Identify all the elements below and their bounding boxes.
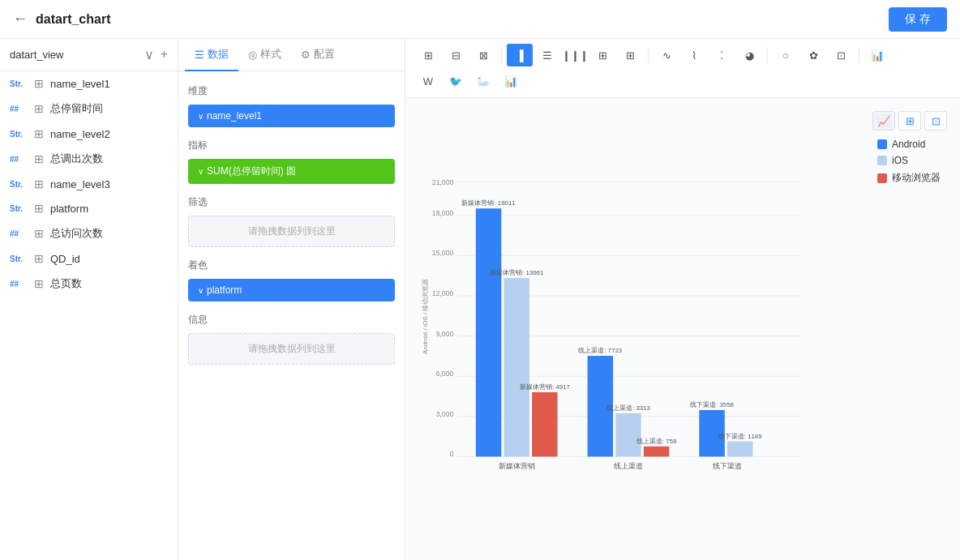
toolbar-btn-tb17[interactable]: W	[415, 70, 441, 92]
tab-style-icon: ◎	[248, 49, 257, 61]
toolbar-btn-tb7[interactable]: ⊞	[589, 44, 615, 66]
toolbar-btn-tb18[interactable]: 🐦	[443, 70, 469, 92]
info-dropzone[interactable]: 请拖拽数据列到这里	[188, 333, 395, 365]
toolbar-row-1: ⊞⊟⊠▐☰❙❙❙⊞⊞∿⌇⁚◕○✿⊡📊	[415, 44, 950, 66]
item-name-4: 总调出次数	[50, 152, 103, 166]
bar-chart-svg: 0 3,000 6,000 9,000 12,000 15,000 18,000…	[418, 111, 814, 547]
filter-dropzone[interactable]: 请拖拽数据列到这里	[188, 216, 395, 247]
svg-rect-19	[504, 278, 529, 456]
item-name-2: 总停留时间	[50, 101, 103, 116]
toolbar-btn-tb19[interactable]: 🦢	[470, 70, 496, 92]
tab-style-label: 样式	[260, 47, 281, 62]
toolbar-btn-tb20[interactable]: 📊	[498, 70, 524, 92]
toolbar-btn-tb4[interactable]: ▐	[507, 44, 533, 66]
svg-text:线上渠道: 线上渠道	[614, 462, 643, 470]
item-icon-8: ⊞	[34, 252, 44, 265]
item-name-1: name_level1	[50, 78, 110, 90]
back-icon[interactable]: ←	[13, 11, 28, 28]
item-icon-2: ⊞	[34, 102, 44, 115]
toolbar-btn-tb12[interactable]: ◕	[736, 44, 762, 66]
toolbar-btn-tb16[interactable]: 📊	[864, 44, 890, 66]
svg-text:21,000: 21,000	[432, 178, 454, 186]
sidebar-item-name_level3[interactable]: Str. ⊞ name_level3	[0, 172, 178, 196]
legend-item-lg1: Android	[877, 139, 941, 150]
tab-data-label: 数据	[208, 47, 229, 62]
toolbar-btn-tb10[interactable]: ⌇	[681, 44, 707, 66]
sidebar: datart_view ∨ + Str. ⊞ name_level1 ## ⊞ …	[0, 39, 178, 560]
sidebar-item-QD_id[interactable]: Str. ⊞ QD_id	[0, 246, 178, 271]
item-name-3: name_level2	[50, 128, 110, 140]
center-content: 维度 ∨ name_level1 指标 ∨ SUM(总停留时间) 圆 筛选 请拖…	[178, 71, 405, 560]
tab-data-icon: ☰	[195, 49, 204, 61]
save-button[interactable]: 保 存	[889, 7, 947, 32]
chart-toolbar: ⊞⊟⊠▐☰❙❙❙⊞⊞∿⌇⁚◕○✿⊡📊 W🐦🦢📊	[405, 39, 960, 98]
item-type-7: ##	[10, 229, 28, 238]
tab-config[interactable]: ⚙ 配置	[291, 39, 345, 71]
color-field[interactable]: ∨ platform	[188, 279, 395, 301]
metrics-field[interactable]: ∨ SUM(总停留时间) 圆	[188, 159, 395, 184]
chart-legend: Android iOS 移动浏览器	[877, 139, 941, 185]
sidebar-item-platform[interactable]: Str. ⊞ platform	[0, 196, 178, 220]
toolbar-row-2: W🐦🦢📊	[415, 70, 950, 92]
toolbar-btn-tb3[interactable]: ⊠	[470, 44, 496, 66]
dimension-field[interactable]: ∨ name_level1	[188, 105, 395, 127]
svg-text:新媒体营销: 4917: 新媒体营销: 4917	[520, 383, 570, 391]
item-type-8: Str.	[10, 254, 28, 263]
filter-placeholder: 请拖拽数据列到这里	[248, 224, 336, 238]
toolbar-btn-tb1[interactable]: ⊞	[415, 44, 441, 66]
svg-text:0: 0	[449, 450, 453, 458]
color-field-text: ∨ platform	[198, 284, 242, 296]
sidebar-add-icon[interactable]: +	[161, 47, 168, 62]
sidebar-item-name_level2[interactable]: Str. ⊞ name_level2	[0, 122, 178, 146]
tab-style[interactable]: ◎ 样式	[238, 39, 291, 71]
topbar-left: ← datart_chart	[13, 11, 110, 28]
view-toggle: 📈⊞⊡	[872, 111, 947, 130]
svg-text:线上渠道: 758: 线上渠道: 758	[636, 438, 677, 445]
sidebar-item-name_level1[interactable]: Str. ⊞ name_level1	[0, 71, 178, 96]
svg-text:9,000: 9,000	[436, 330, 454, 338]
svg-text:线下渠道: 线下渠道	[713, 462, 742, 470]
legend-label-lg1: Android	[892, 139, 925, 150]
item-name-8: QD_id	[50, 253, 80, 265]
center-panel: ☰ 数据 ◎ 样式 ⚙ 配置 维度 ∨ name_level1 指标	[178, 39, 405, 560]
item-type-2: ##	[10, 105, 28, 113]
toolbar-btn-tb11[interactable]: ⁚	[709, 44, 735, 66]
svg-text:12,000: 12,000	[432, 289, 454, 297]
metrics-field-text: ∨ SUM(总停留时间) 圆	[198, 165, 296, 178]
sidebar-expand-icon[interactable]: ∨	[144, 47, 154, 62]
view-toggle-btn-vt3[interactable]: ⊡	[924, 111, 947, 130]
item-icon-7: ⊞	[34, 227, 44, 240]
sidebar-view-name: datart_view	[10, 49, 63, 61]
sidebar-item-总停留时间[interactable]: ## ⊞ 总停留时间	[0, 96, 178, 122]
legend-item-lg2: iOS	[877, 155, 941, 166]
toolbar-btn-tb8[interactable]: ⊞	[617, 44, 643, 66]
info-label: 信息	[188, 313, 395, 327]
info-placeholder: 请拖拽数据列到这里	[248, 342, 336, 356]
sidebar-item-总页数[interactable]: ## ⊞ 总页数	[0, 271, 178, 297]
toolbar-btn-tb2[interactable]: ⊟	[443, 44, 469, 66]
toolbar-btn-tb5[interactable]: ☰	[534, 44, 560, 66]
item-icon-5: ⊞	[34, 177, 44, 190]
svg-text:15,000: 15,000	[432, 249, 454, 257]
metrics-chevron: ∨	[198, 167, 204, 176]
toolbar-btn-tb9[interactable]: ∿	[654, 44, 679, 66]
toolbar-btn-tb15[interactable]: ⊡	[828, 44, 854, 66]
dimension-field-text: ∨ name_level1	[198, 110, 262, 122]
legend-dot-lg3	[877, 173, 887, 183]
sidebar-items: Str. ⊞ name_level1 ## ⊞ 总停留时间 Str. ⊞ nam…	[0, 71, 178, 297]
svg-text:新媒体营销: 新媒体营销	[499, 462, 535, 470]
toolbar-btn-tb13[interactable]: ○	[773, 44, 799, 66]
sidebar-item-总访问次数[interactable]: ## ⊞ 总访问次数	[0, 220, 178, 246]
view-toggle-btn-vt1[interactable]: 📈	[872, 111, 895, 130]
view-toggle-btn-vt2[interactable]: ⊞	[898, 111, 921, 130]
toolbar-btn-tb14[interactable]: ✿	[800, 44, 826, 66]
tab-data[interactable]: ☰ 数据	[185, 39, 238, 71]
legend-dot-lg2	[877, 156, 887, 165]
item-type-3: Str.	[10, 130, 28, 139]
svg-rect-28	[644, 447, 669, 457]
sidebar-item-总调出次数[interactable]: ## ⊞ 总调出次数	[0, 146, 178, 172]
legend-dot-lg1	[877, 139, 887, 149]
toolbar-btn-tb6[interactable]: ❙❙❙	[562, 44, 588, 66]
svg-text:新媒体营销: 19011: 新媒体营销: 19011	[461, 199, 515, 207]
main-layout: datart_view ∨ + Str. ⊞ name_level1 ## ⊞ …	[0, 39, 960, 560]
